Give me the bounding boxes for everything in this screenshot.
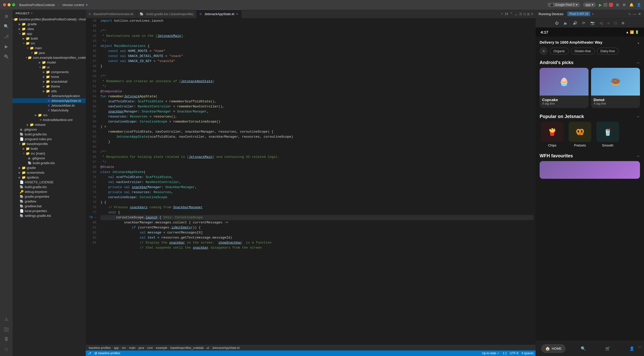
device-selector[interactable]: 📱 Google Pixel 5 ▾ [547, 3, 580, 7]
zoom-icon[interactable]: ⊕ [621, 20, 626, 25]
database-icon[interactable]: 🗄 [2, 335, 11, 344]
breadcrumb-item[interactable]: baseline-profiles [89, 346, 111, 350]
resize-icon[interactable]: ⤡ [628, 12, 631, 16]
code-editor[interactable]: 39 40 41 42 43 44 45 46 47 48 49 50 51 5… [86, 18, 536, 345]
breadcrumb-item[interactable]: baselineprofiles_codelab [170, 346, 203, 350]
tab-buildgradle[interactable]: 🐘 build.gradle.kts (:baselineprofile) [137, 10, 197, 18]
tree-item-keystore[interactable]: 🔑 debug.keystore [13, 189, 86, 194]
rotate-icon[interactable]: ⟳ [581, 20, 586, 25]
volume-up-icon[interactable]: 🔊 [572, 20, 578, 25]
layout-icon[interactable]: □ [2, 345, 11, 354]
run-controls[interactable]: ▶ [599, 3, 613, 7]
tree-item-jetsnackapplication[interactable]: K JetsnackApplication [13, 94, 86, 98]
profile-nav-item[interactable]: 👤 [625, 344, 638, 353]
tree-item-res[interactable]: ▶ 📁 res [13, 113, 86, 117]
tree-item-baselineprofile-build[interactable]: ▶ 📁 build [13, 146, 86, 151]
glutenfree-chip[interactable]: Gluten-free [571, 48, 595, 54]
split-view-icon[interactable]: ⊡ [523, 12, 526, 16]
tree-item-app[interactable]: ▾ 📁 app [13, 31, 86, 36]
run-debug-icon[interactable]: ▶ [2, 42, 11, 51]
run-button[interactable]: ▶ [599, 3, 602, 7]
tree-item-buildgradle[interactable]: 🐘 build.gradle.kts [13, 132, 86, 137]
tree-item-release[interactable]: ▶ 📁 release [13, 122, 86, 127]
tree-item-main[interactable]: ▾ 📁 main [13, 46, 86, 50]
tree-item-gradlew[interactable]: 🐘 gradlew [13, 199, 86, 204]
tree-item-model[interactable]: ▶ 📁 model [13, 60, 86, 65]
tree-item-utils[interactable]: ▶ 📁 utils [13, 89, 86, 94]
app-selector[interactable]: app ▾ [583, 3, 596, 7]
screenshot-icon[interactable]: 📷 [589, 20, 596, 25]
popular-arrow[interactable]: → [636, 114, 640, 119]
tree-item-home[interactable]: ▶ 📁 home [13, 74, 86, 79]
dairyfree-chip[interactable]: Dairy-free [597, 48, 619, 54]
breadcrumb-item[interactable]: src [122, 346, 126, 350]
tree-item-spotless[interactable]: ▶ 📁 spotless [13, 175, 86, 180]
breadcrumb-item[interactable]: main [129, 346, 135, 350]
git-icon[interactable]: ⎇ [2, 32, 11, 41]
tree-item-snackdetail[interactable]: ▶ 📁 snackdetail [13, 79, 86, 84]
tree-item-jetsnackappstate[interactable]: K JetsnackAppState.kt [13, 98, 86, 103]
project-tree-icon[interactable]: ⊞ [2, 12, 11, 21]
tree-item-build[interactable]: ▶ 📁 build [13, 36, 86, 41]
chevron-down-icon[interactable]: ⌄ [514, 12, 518, 16]
pixel5-tab[interactable]: Pixel 5 API 33 [567, 12, 590, 16]
tree-item-rootgradle[interactable]: 🐘 build.gradle.kts [13, 185, 86, 189]
grid-view-icon[interactable]: ⊞ [527, 12, 530, 16]
filter-icon[interactable]: ≡ [540, 47, 548, 55]
breadcrumb-item[interactable]: app [114, 346, 119, 350]
problems-icon[interactable]: ⚠ [2, 315, 11, 324]
wfh-arrow[interactable]: → [636, 154, 640, 158]
tree-item-gradlewbat[interactable]: 🐘 gradlew.bat [13, 204, 86, 209]
breadcrumb-item[interactable]: java [138, 346, 144, 350]
maximize-button[interactable] [12, 3, 15, 6]
breadcrumb-item[interactable]: com [147, 346, 153, 350]
chevron-up-icon[interactable]: ⌃ [510, 12, 513, 16]
list-view-icon[interactable]: ☰ [519, 12, 522, 16]
tab-baselineprofilegenerator[interactable]: K BaselineProfileGenerator.kt [86, 10, 137, 18]
tree-item-settings[interactable]: 🐘 settings.gradle.kts [13, 213, 86, 218]
home-nav-item[interactable]: 🏠 HOME [541, 344, 566, 353]
close-panel-icon[interactable]: ✕ [531, 12, 534, 16]
tab-jetsnackappstate[interactable]: K JetsnackAppState.kt ✕ [197, 10, 242, 18]
organic-chip[interactable]: Organic [550, 48, 569, 54]
app-content[interactable]: Delivery to 1600 Amphitheater Way ⌄ ≡ Or… [536, 37, 644, 341]
smoothie-card[interactable]: 🥤 Smooth [595, 122, 620, 147]
find-icon[interactable]: 🔍 [2, 22, 11, 31]
search-everywhere-icon[interactable]: ⊞ [616, 3, 619, 7]
tree-item-components[interactable]: ▶ 📁 components [13, 70, 86, 74]
tree-item-mainactivity[interactable]: K MainActivity [13, 108, 86, 113]
minimize-button[interactable] [8, 3, 11, 6]
tree-item-baselineprofile[interactable]: ▾ 📁 baselineprofile [13, 141, 86, 146]
overview-icon[interactable]: □ [613, 20, 618, 25]
back-nav-icon[interactable]: ◁ [599, 20, 603, 25]
breadcrumb-item[interactable]: JetsnackAppState.kt [212, 346, 240, 350]
tree-item-assets[interactable]: 📄 ASSETS_LICENSE [13, 180, 86, 185]
tree-item-localprops[interactable]: 📄 local.properties [13, 209, 86, 213]
search-nav-item[interactable]: 🔍 [577, 344, 590, 353]
notifications-icon[interactable]: 🔔 [629, 3, 634, 7]
close-icon[interactable]: ✕ [638, 12, 641, 16]
tab-close-icon[interactable]: ✕ [236, 12, 238, 16]
tree-item-gitignore2[interactable]: ◉ .gitignore [13, 156, 86, 161]
tree-item-gradle-hidden[interactable]: ▶ 📁 .gradle [13, 22, 86, 26]
tree-item-jetsnackmain[interactable]: K JetsnackMain.kt [13, 103, 86, 108]
profile-icon[interactable]: 👤 [637, 3, 641, 7]
tree-item-java[interactable]: ▾ 📁 java [13, 50, 86, 55]
tree-root[interactable]: ▾ 📁 baseline-profiles [BaselineProfilesC… [13, 17, 86, 22]
home-nav-icon[interactable]: ○ [606, 20, 610, 25]
pretzels-card[interactable]: 🥨 Pretzels [567, 122, 593, 147]
tree-item-src[interactable]: ▾ 📁 src [13, 41, 86, 46]
close-button[interactable] [3, 3, 6, 6]
stop-button[interactable] [609, 3, 613, 7]
running-devices-tab[interactable]: Running Devices [539, 12, 563, 16]
chips-card[interactable]: 🍟 Chips [540, 122, 565, 147]
tree-item-manifest[interactable]: ≡ AndroidManifest.xml [13, 117, 86, 122]
tree-item-gitignore[interactable]: ◉ .gitignore [13, 127, 86, 132]
tree-item-com[interactable]: ▾ 📁 com.example.baselineprofiles_codel [13, 55, 86, 60]
line-col[interactable]: 1:1 [503, 351, 507, 355]
androids-picks-arrow[interactable]: → [636, 61, 640, 65]
tree-item-gradleprops[interactable]: 🐘 gradle.properties [13, 194, 86, 199]
tree-item-proguard[interactable]: 📄 proguard-rules.pro [13, 137, 86, 141]
delivery-chevron[interactable]: ⌄ [637, 40, 640, 44]
branch-name[interactable]: @ baseline-profiles [94, 351, 120, 355]
